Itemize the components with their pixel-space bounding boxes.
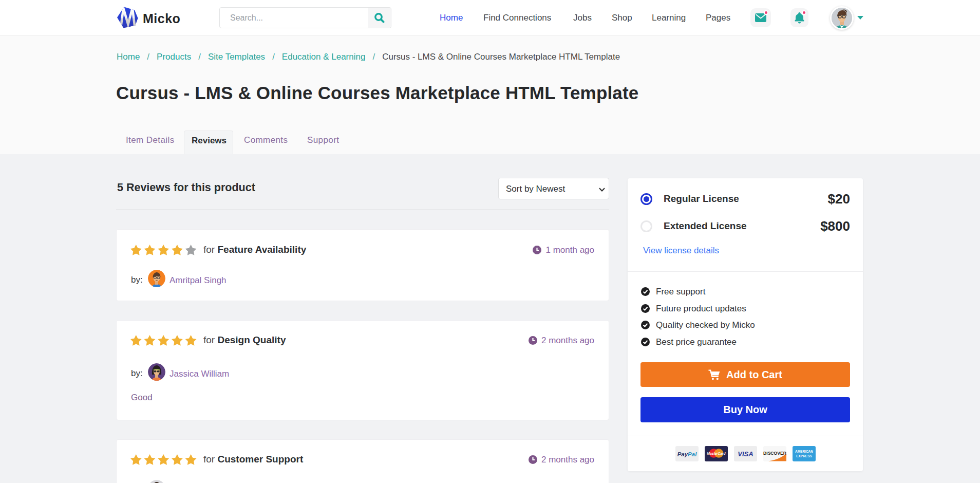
- svg-text:EXPRESS: EXPRESS: [796, 454, 812, 458]
- svg-text:AMERICAN: AMERICAN: [795, 450, 813, 453]
- svg-text:DISCOVER: DISCOVER: [763, 451, 786, 456]
- svg-text:PayPal: PayPal: [677, 451, 697, 457]
- svg-text:VISA: VISA: [738, 450, 753, 458]
- svg-text:MasterCard: MasterCard: [707, 452, 726, 455]
